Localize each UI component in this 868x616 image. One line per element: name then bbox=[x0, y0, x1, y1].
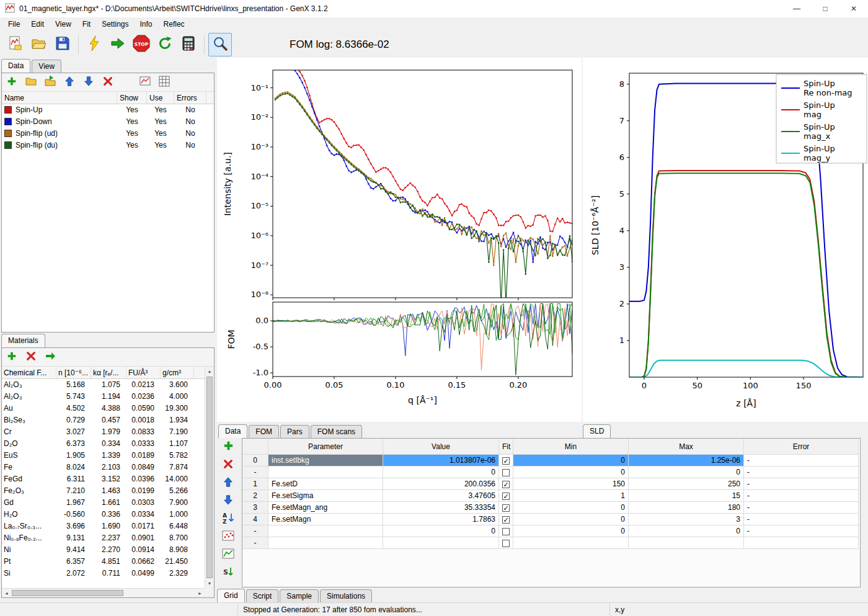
new-model-button[interactable] bbox=[4, 33, 27, 56]
menu-fit[interactable]: Fit bbox=[77, 19, 96, 30]
delete-parameter-button[interactable] bbox=[221, 457, 236, 472]
grid-max-cell[interactable]: 180 bbox=[629, 502, 744, 514]
grid-row-4[interactable]: 3Fe.setMagn_ang35.33354✓0180- bbox=[242, 502, 860, 514]
scroll-left-icon[interactable]: ◄ bbox=[2, 589, 11, 597]
add-dataset-button[interactable] bbox=[4, 75, 19, 90]
add-parameter-button[interactable] bbox=[221, 439, 236, 454]
calc-errorbars-button[interactable] bbox=[177, 33, 200, 56]
grid-row-1[interactable]: -000- bbox=[242, 466, 860, 478]
simulate-button[interactable] bbox=[82, 33, 106, 56]
save-model-button[interactable] bbox=[51, 33, 74, 56]
grid-row-0[interactable]: 0inst.setIbkg1.013807e-06✓01.25e-06- bbox=[242, 455, 860, 466]
menu-file[interactable]: File bbox=[2, 19, 25, 30]
grid-value-cell[interactable]: 0 bbox=[383, 525, 499, 537]
dataset-row-spin-up[interactable]: Spin-UpYesYesNo bbox=[2, 104, 214, 116]
grid-max-cell[interactable]: 15 bbox=[629, 490, 744, 502]
minimize-button[interactable]: — bbox=[782, 0, 811, 17]
zoom-button[interactable] bbox=[208, 33, 232, 56]
delete-dataset-button[interactable] bbox=[100, 75, 115, 90]
grid-min-cell[interactable]: 0 bbox=[513, 466, 629, 478]
grid-min-cell[interactable]: 0 bbox=[513, 525, 629, 537]
grid-value-cell[interactable]: 200.0356 bbox=[383, 478, 499, 490]
scrollbar-thumb[interactable] bbox=[12, 590, 123, 596]
grid-row-7[interactable]: - bbox=[242, 537, 860, 549]
sld-plot[interactable]: 12345678050100150SLD [10⁻⁶Å⁻²]z [Å]Spin-… bbox=[583, 58, 868, 422]
grid-max-cell[interactable]: 3 bbox=[629, 514, 744, 525]
start-fit-button[interactable] bbox=[106, 33, 130, 56]
material-row-si[interactable]: Si2.0720.7110.04992.329 bbox=[2, 568, 214, 579]
grid-fit-cell[interactable] bbox=[499, 525, 513, 537]
material-row-fe[interactable]: Fe8.0242.1030.08497.874 bbox=[2, 462, 214, 473]
material-row-la-sr[interactable]: La₀.₇Sr₀.₃...3.6961.6900.01716.448 bbox=[2, 520, 214, 532]
import-dataset-button[interactable] bbox=[43, 75, 58, 90]
menu-info[interactable]: Info bbox=[135, 19, 158, 30]
grid-value-cell[interactable]: 1.013807e-06 bbox=[383, 455, 499, 466]
fit-checkbox[interactable]: ✓ bbox=[502, 516, 510, 524]
tab-simulations[interactable]: Simulations bbox=[320, 589, 372, 602]
grid-min-cell[interactable]: 0 bbox=[513, 514, 629, 525]
scroll-down-icon[interactable]: ▼ bbox=[205, 579, 214, 588]
material-row-fe-o[interactable]: Fe₂O₃7.2101.4630.01995.266 bbox=[2, 485, 214, 497]
material-row-h-o[interactable]: H₂O-0.5600.3360.03341.000 bbox=[2, 509, 214, 520]
fit-checkbox[interactable]: ✓ bbox=[502, 481, 510, 488]
reflectivity-figure[interactable]: 10⁻¹10⁻²10⁻³10⁻⁴10⁻⁵10⁻⁶10⁻⁷10⁻⁸Intensit… bbox=[217, 58, 582, 422]
fit-checkbox[interactable]: ✓ bbox=[502, 493, 510, 500]
material-row-au[interactable]: Au4.5024.3880.059019.300 bbox=[2, 403, 214, 414]
material-row-gd[interactable]: Gd1.9671.6610.03037.900 bbox=[2, 497, 214, 509]
material-row-fegd[interactable]: FeGd6.3113.1520.039614.000 bbox=[2, 473, 214, 485]
grid-min-cell[interactable]: 0 bbox=[513, 455, 629, 466]
grid-max-cell[interactable] bbox=[629, 537, 744, 549]
material-row-d-o[interactable]: D₂O6.3730.3340.03331.107 bbox=[2, 438, 214, 450]
grid-min-cell[interactable]: 150 bbox=[513, 478, 629, 490]
sld-figure[interactable]: 12345678050100150SLD [10⁻⁶Å⁻²]z [Å]Spin-… bbox=[583, 58, 868, 422]
grid-row-3[interactable]: 2Fe.setSigma3.47605✓115- bbox=[242, 490, 860, 502]
plot-tab-pars[interactable]: Pars bbox=[280, 425, 309, 438]
grid-min-cell[interactable]: 0 bbox=[513, 502, 629, 514]
reflectivity-plot[interactable]: 10⁻¹10⁻²10⁻³10⁻⁴10⁻⁵10⁻⁶10⁻⁷10⁻⁸Intensit… bbox=[217, 58, 582, 422]
move-dataset-down-button[interactable] bbox=[81, 75, 96, 90]
grid-row-2[interactable]: 1Fe.setD200.0356✓150250- bbox=[242, 478, 860, 490]
tab-data[interactable]: Data bbox=[1, 59, 30, 73]
open-model-button[interactable] bbox=[27, 33, 51, 56]
project-fom-button[interactable] bbox=[221, 529, 236, 544]
grid-min-cell[interactable] bbox=[513, 537, 629, 549]
dataset-row-spin-flip-ud[interactable]: Spin-flip (ud)YesYesNo bbox=[2, 128, 214, 140]
grid-fit-cell[interactable]: ✓ bbox=[499, 514, 513, 525]
material-row-al-o[interactable]: Al₂O₃5.1681.0750.02133.600 bbox=[2, 379, 214, 391]
grid-value-cell[interactable]: 3.47605 bbox=[383, 490, 499, 502]
menu-reflec[interactable]: Reflec bbox=[158, 19, 190, 30]
move-parameter-up-button[interactable] bbox=[221, 475, 236, 490]
fit-checkbox[interactable] bbox=[502, 469, 510, 476]
plot-tab-data[interactable]: Data bbox=[218, 424, 247, 438]
dataset-row-spin-down[interactable]: Spin-DownYesYesNo bbox=[2, 116, 214, 128]
material-row-bi-se[interactable]: Bi₂Se₃0.7290.4570.00181.934 bbox=[2, 414, 214, 426]
plot-tab-sld[interactable]: SLD bbox=[583, 424, 611, 438]
grid-max-cell[interactable]: 250 bbox=[629, 478, 744, 490]
scrollbar-thumb[interactable] bbox=[206, 377, 213, 578]
tab-sample[interactable]: Sample bbox=[280, 589, 319, 602]
grid-fit-cell[interactable]: ✓ bbox=[499, 478, 513, 490]
materials-horizontal-scrollbar[interactable]: ◄ ► bbox=[2, 588, 205, 597]
grid-parameter-cell[interactable]: inst.setIbkg bbox=[268, 455, 383, 466]
grid-fit-cell[interactable]: ✓ bbox=[499, 455, 513, 466]
fit-checkbox[interactable] bbox=[502, 540, 510, 547]
material-row-al-o[interactable]: Al₂O₃5.7431.1940.02364.000 bbox=[2, 391, 214, 403]
resume-fit-button[interactable] bbox=[153, 33, 177, 56]
grid-min-cell[interactable]: 1 bbox=[513, 490, 629, 502]
grid-parameter-cell[interactable]: Fe.setMagn bbox=[268, 514, 383, 525]
move-parameter-down-button[interactable] bbox=[221, 493, 236, 508]
grid-max-cell[interactable]: 0 bbox=[629, 525, 744, 537]
plot-parameter-button[interactable] bbox=[221, 547, 236, 562]
grid-max-cell[interactable]: 1.25e-06 bbox=[629, 455, 744, 466]
fit-checkbox[interactable]: ✓ bbox=[502, 504, 510, 512]
grid-value-cell[interactable]: 0 bbox=[383, 466, 499, 478]
material-row-ni-fe[interactable]: Ni₀.₈Fe₀.₂...9.1312.2370.09018.700 bbox=[2, 532, 214, 544]
plot-tab-fom[interactable]: FOM bbox=[249, 425, 279, 438]
grid-row-6[interactable]: -000- bbox=[242, 525, 860, 537]
grid-parameter-cell[interactable] bbox=[268, 525, 383, 537]
tab-script[interactable]: Script bbox=[246, 589, 279, 602]
materials-vertical-scrollbar[interactable]: ▲ ▼ bbox=[205, 367, 214, 588]
apply-material-button[interactable] bbox=[43, 350, 58, 365]
stop-fit-button[interactable]: STOP bbox=[130, 33, 153, 56]
grid-fit-cell[interactable]: ✓ bbox=[499, 502, 513, 514]
